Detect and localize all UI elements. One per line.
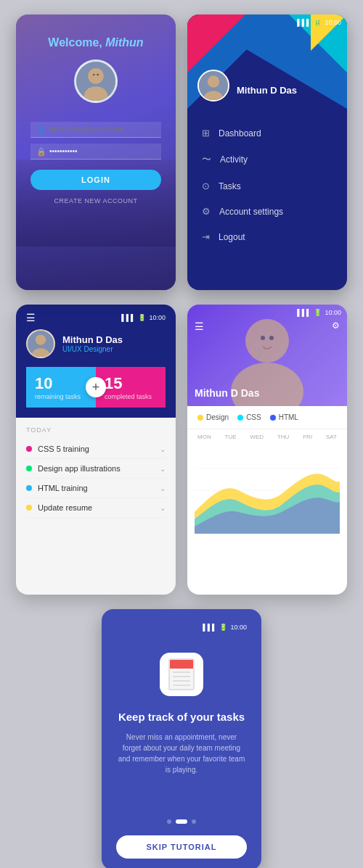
avatar (74, 59, 118, 103)
hamburger-icon[interactable]: ☰ (26, 312, 36, 323)
task-text: HTML training (38, 484, 154, 492)
battery-icon: 🔋 (314, 309, 322, 316)
day-tue: TUE (225, 434, 237, 440)
menu-header: ▌▌▌ 🔋 10:00 Mithun D Das (187, 15, 347, 109)
chevron-icon: ⌄ (160, 504, 166, 512)
battery-icon: 🔋 (138, 314, 146, 321)
login-title: Welcome, Mithun (48, 36, 143, 49)
activity-chart (195, 443, 340, 537)
onboarding-status-bar: ▌▌▌ 🔋 10:00 (116, 624, 247, 631)
task-item[interactable]: Design app illustrations ⌄ (26, 459, 166, 479)
onboarding-description: Never miss an appointment, never forget … (116, 732, 247, 775)
screen-activity: ▌▌▌ 🔋 10:00 ☰ ⚙ Mithun D Das Design CSS … (187, 305, 347, 595)
signal-icon: ▌▌▌ (297, 19, 311, 26)
row-3: ▌▌▌ 🔋 10:00 Keep track of your tasks Nev… (7, 609, 356, 868)
dashboard-icon: ⊞ (202, 128, 210, 139)
completed-label: completed tasks (105, 393, 157, 400)
skip-tutorial-button[interactable]: SKIP TUTORIAL (116, 835, 247, 859)
html-dot (270, 415, 276, 421)
line-3 (173, 680, 190, 682)
create-account-link[interactable]: CREATE NEW ACCOUNT (54, 197, 138, 204)
menu-item-label: Activity (220, 154, 248, 165)
completed-count: 15 (105, 374, 157, 393)
notebook-body (168, 658, 195, 690)
menu-item-tasks[interactable]: ⊙ Tasks (187, 173, 347, 199)
css-dot (237, 415, 243, 421)
legend-css: CSS (237, 413, 261, 421)
task-dot (26, 466, 32, 471)
svg-point-14 (261, 336, 265, 340)
activity-hero: ▌▌▌ 🔋 10:00 ☰ ⚙ Mithun D Das (187, 305, 347, 406)
menu-avatar-image (199, 71, 228, 100)
activity-icon: 〜 (202, 153, 211, 166)
email-field[interactable] (30, 122, 161, 138)
settings-icon: ⚙ (202, 206, 211, 217)
tasks-avatar (26, 329, 55, 358)
task-item[interactable]: Update resume ⌄ (26, 498, 166, 518)
chart-area: MON TUE WED THU FRI SAT (187, 429, 347, 595)
password-field[interactable] (30, 144, 161, 160)
screen-onboarding: ▌▌▌ 🔋 10:00 Keep track of your tasks Nev… (102, 609, 261, 868)
password-input-wrap: 🔒 (30, 144, 161, 160)
hamburger-icon[interactable]: ☰ (195, 321, 204, 332)
login-welcome-text: Welcome, (48, 36, 102, 49)
task-dot (26, 485, 32, 491)
tasks-icon: ⊙ (202, 181, 210, 191)
menu-item-label: Logout (219, 232, 245, 242)
tasks-user-info: Mithun D Das UI/UX Designer (62, 334, 123, 353)
gear-icon[interactable]: ⚙ (332, 321, 340, 331)
menu-status-bar: ▌▌▌ 🔋 10:00 (297, 19, 341, 26)
html-label: HTML (279, 413, 298, 421)
legend-design: Design (197, 413, 229, 421)
svg-point-4 (97, 74, 99, 76)
add-task-button[interactable]: + (86, 377, 106, 397)
screen-tasks: ☰ ▌▌▌ 🔋 10:00 Mithun D Das UI (16, 305, 176, 595)
day-wed: WED (250, 434, 264, 440)
time-display: 10:00 (230, 624, 247, 631)
svg-point-15 (269, 336, 274, 340)
tasks-header: ☰ ▌▌▌ 🔋 10:00 Mithun D Das UI (16, 305, 176, 418)
login-name: Mithun (105, 36, 143, 49)
remaining-count: 10 (35, 374, 87, 393)
css-label: CSS (246, 413, 261, 421)
email-input-wrap: 👤 (30, 122, 161, 138)
logout-icon: ⇥ (202, 231, 210, 242)
notebook-header (170, 660, 193, 669)
time-display: 10:00 (149, 314, 166, 321)
chart-svg-wrap (195, 443, 340, 537)
day-fri: FRI (303, 434, 312, 440)
task-item[interactable]: CSS 5 training ⌄ (26, 439, 166, 459)
screen-menu: ▌▌▌ 🔋 10:00 Mithun D Das ⊞ Dashboard 〜 A (187, 15, 347, 290)
menu-item-settings[interactable]: ⚙ Account settings (187, 199, 347, 224)
menu-item-logout[interactable]: ⇥ Logout (187, 224, 347, 249)
signal-bars: ▌▌▌ (297, 309, 311, 316)
tasks-username: Mithun D Das (62, 334, 123, 345)
chevron-icon: ⌄ (160, 465, 166, 473)
row-2: ☰ ▌▌▌ 🔋 10:00 Mithun D Das UI (7, 305, 356, 595)
row-1: Welcome, Mithun 👤 🔒 LOGIN CREATE NE (7, 15, 356, 290)
signal-icon: ▌▌▌ (203, 624, 216, 631)
task-dot (26, 505, 32, 511)
svg-point-1 (88, 68, 104, 84)
today-label: TODAY (26, 426, 166, 434)
login-button[interactable]: LOGIN (30, 170, 161, 190)
task-text: Design app illustrations (38, 464, 154, 473)
onboarding-title: Keep track of your tasks (118, 711, 245, 723)
task-item[interactable]: HTML training ⌄ (26, 479, 166, 498)
menu-avatar (197, 70, 229, 102)
chevron-icon: ⌄ (160, 445, 166, 453)
dot-2-active (176, 819, 187, 824)
onboarding-dots (167, 790, 196, 824)
profile-row: Mithun D Das UI/UX Designer (26, 329, 166, 358)
menu-username: Mithun D Das (237, 85, 297, 96)
design-label: Design (206, 413, 229, 421)
svg-point-12 (245, 319, 289, 363)
onboarding-app-icon (160, 653, 203, 696)
activity-status-bar: ▌▌▌ 🔋 10:00 (193, 309, 341, 316)
menu-item-label: Dashboard (219, 128, 261, 139)
dot-3 (192, 819, 196, 824)
menu-item-dashboard[interactable]: ⊞ Dashboard (187, 120, 347, 146)
menu-item-activity[interactable]: 〜 Activity (187, 146, 347, 173)
tasks-avatar-img (28, 331, 54, 357)
chart-days: MON TUE WED THU FRI SAT (195, 434, 340, 440)
